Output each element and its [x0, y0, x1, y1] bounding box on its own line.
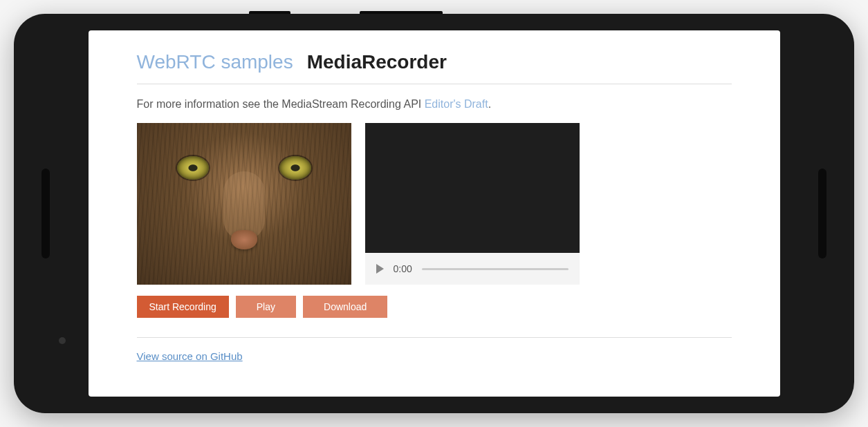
phone-camera: [59, 337, 66, 344]
recorded-video-player[interactable]: 0:00: [365, 123, 580, 285]
phone-device-frame: WebRTC samples MediaRecorder For more in…: [14, 14, 854, 413]
video-progress-bar[interactable]: [422, 268, 569, 270]
video-controls-bar: 0:00: [365, 253, 580, 285]
phone-button: [360, 11, 443, 14]
phone-speaker-right: [818, 169, 827, 258]
page-header: WebRTC samples MediaRecorder: [137, 51, 732, 84]
page-footer: View source on GitHub: [137, 337, 732, 363]
video-time-display: 0:00: [394, 263, 412, 274]
page-title: MediaRecorder: [307, 51, 447, 73]
phone-speaker-left: [41, 169, 50, 258]
phone-hardware-buttons: [249, 11, 443, 14]
phone-screen: WebRTC samples MediaRecorder For more in…: [89, 30, 780, 397]
play-button[interactable]: Play: [236, 296, 296, 318]
video-container: 0:00: [137, 123, 732, 285]
editors-draft-link[interactable]: Editor's Draft: [425, 98, 488, 110]
download-button[interactable]: Download: [303, 296, 387, 318]
video-canvas: [365, 123, 580, 253]
camera-preview-video[interactable]: [137, 123, 351, 285]
start-recording-button[interactable]: Start Recording: [137, 296, 229, 318]
camera-preview-image: [137, 123, 351, 285]
description-text: For more information see the MediaStream…: [137, 98, 732, 111]
phone-button: [249, 11, 290, 14]
play-icon[interactable]: [376, 264, 384, 274]
action-buttons-row: Start Recording Play Download: [137, 296, 732, 318]
description-suffix: .: [488, 98, 491, 110]
view-source-github-link[interactable]: View source on GitHub: [137, 350, 243, 362]
description-prefix: For more information see the MediaStream…: [137, 98, 425, 110]
webrtc-samples-link[interactable]: WebRTC samples: [137, 51, 293, 73]
